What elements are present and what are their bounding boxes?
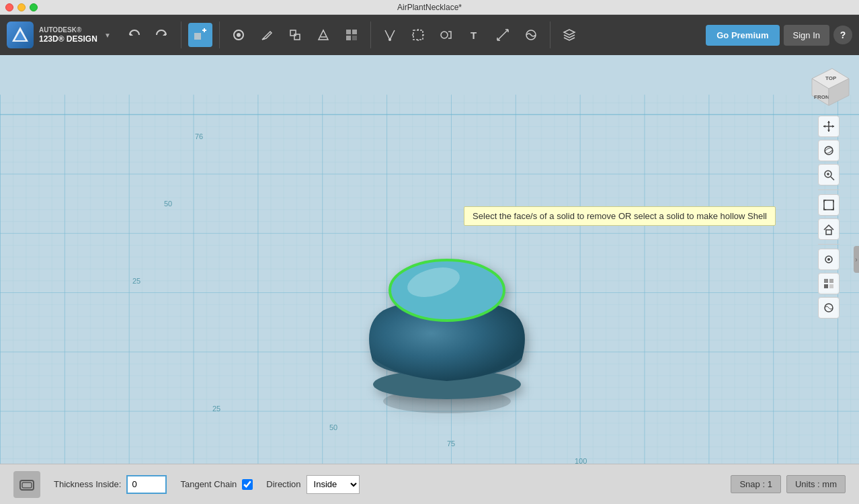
view-cube[interactable]: TOP FRONT — [805, 62, 852, 109]
side-separator-1 — [818, 190, 840, 190]
divider-3 — [370, 22, 371, 48]
tooltip-shell: Select the face/s of a solid to remove O… — [464, 206, 776, 226]
svg-rect-58 — [22, 482, 32, 488]
direction-select[interactable]: Inside Outside Both — [306, 475, 360, 494]
construct-button[interactable] — [283, 23, 307, 47]
svg-rect-49 — [826, 230, 831, 235]
svg-marker-40 — [823, 125, 825, 128]
toolbar: AUTODESK® 123D® DESIGN ▼ — [0, 15, 859, 55]
measure-button[interactable] — [491, 23, 515, 47]
svg-text:TOP: TOP — [825, 75, 837, 81]
sketch-button[interactable] — [227, 23, 251, 47]
logo-area: AUTODESK® 123D® DESIGN ▼ — [7, 22, 111, 48]
svg-rect-9 — [290, 30, 296, 36]
svg-point-51 — [827, 258, 830, 261]
svg-marker-41 — [832, 125, 834, 128]
materials-view-button[interactable] — [818, 297, 840, 319]
direction-label: Direction — [266, 479, 300, 489]
svg-rect-10 — [294, 34, 300, 40]
add-primitives-button[interactable] — [188, 23, 212, 47]
main-area: 76 50 25 25 50 75 100 125 150 — [0, 55, 859, 464]
svg-marker-2 — [130, 32, 133, 36]
titlebar: AirPlantNecklace* — [0, 0, 859, 15]
tangent-chain-checkbox[interactable] — [242, 479, 253, 490]
thickness-input[interactable] — [126, 475, 167, 494]
svg-point-17 — [441, 32, 448, 38]
units-button[interactable]: Units : mm — [786, 475, 846, 493]
modify-button[interactable] — [311, 23, 335, 47]
fit-view-button[interactable] — [818, 194, 840, 216]
svg-text:T: T — [471, 30, 477, 41]
view-home-button[interactable] — [818, 218, 840, 240]
svg-rect-14 — [352, 36, 357, 40]
svg-marker-38 — [827, 121, 830, 123]
help-button[interactable]: ? — [833, 26, 852, 44]
sign-in-button[interactable]: Sign In — [784, 25, 829, 46]
pattern-button[interactable] — [339, 23, 364, 47]
divider-1 — [181, 22, 181, 48]
svg-rect-53 — [829, 279, 833, 283]
minimize-button[interactable] — [17, 3, 26, 11]
undo-button[interactable] — [122, 23, 146, 47]
bottom-right-controls: Snap : 1 Units : mm — [731, 475, 846, 493]
side-separator-2 — [818, 244, 840, 245]
maximize-button[interactable] — [30, 3, 38, 11]
3d-model — [323, 203, 565, 418]
snap-button[interactable] — [378, 23, 402, 47]
divider-4 — [550, 22, 550, 48]
snap-button-bottom[interactable]: Snap : 1 — [731, 475, 780, 493]
3d-viewport[interactable]: 76 50 25 25 50 75 100 125 150 — [0, 55, 859, 464]
svg-rect-11 — [346, 30, 351, 34]
logo-dropdown-icon[interactable]: ▼ — [104, 32, 111, 39]
materials-button[interactable] — [519, 23, 543, 47]
svg-rect-13 — [346, 36, 351, 40]
tangent-chain-group: Tangent Chain — [180, 479, 253, 490]
expand-panel-button[interactable]: › — [854, 246, 859, 273]
svg-rect-55 — [829, 284, 833, 288]
thickness-param: Thickness Inside: — [54, 475, 167, 494]
thickness-label: Thickness Inside: — [54, 479, 121, 489]
svg-point-15 — [388, 38, 391, 41]
redo-button[interactable] — [150, 23, 174, 47]
side-toolbar — [818, 116, 840, 319]
pan-button[interactable] — [818, 116, 840, 137]
divider-2 — [219, 22, 220, 48]
svg-rect-4 — [194, 33, 201, 40]
logo-text: AUTODESK® 123D® DESIGN — [39, 26, 97, 45]
text-button[interactable]: T — [462, 23, 487, 47]
layers-button[interactable] — [557, 23, 581, 47]
svg-marker-3 — [163, 32, 166, 36]
window-controls — [5, 3, 38, 11]
go-premium-button[interactable]: Go Premium — [706, 25, 779, 46]
display-mode-button[interactable] — [818, 273, 840, 294]
view-mode-button[interactable] — [818, 249, 840, 270]
tangent-chain-label: Tangent Chain — [180, 479, 237, 489]
svg-rect-12 — [352, 30, 357, 34]
window-title: AirPlantNecklace* — [397, 3, 462, 12]
zoom-button[interactable] — [818, 164, 840, 185]
shell-icon — [13, 471, 40, 498]
boolean-button[interactable] — [434, 23, 458, 47]
svg-rect-54 — [824, 284, 828, 288]
svg-marker-39 — [827, 130, 830, 132]
direction-group: Direction Inside Outside Both — [266, 475, 359, 494]
autodesk-logo[interactable] — [7, 22, 34, 48]
svg-point-8 — [237, 33, 241, 37]
orbit-button[interactable] — [818, 140, 840, 161]
svg-rect-52 — [824, 279, 828, 283]
svg-rect-48 — [824, 200, 833, 210]
bottom-left-controls: Thickness Inside: Tangent Chain Directio… — [13, 471, 360, 498]
bottom-panel: Thickness Inside: Tangent Chain Directio… — [0, 464, 859, 504]
view-controls: TOP FRONT — [805, 62, 852, 319]
close-button[interactable] — [5, 3, 13, 11]
svg-rect-16 — [413, 30, 423, 40]
sketch-pencil-button[interactable] — [255, 23, 279, 47]
svg-line-45 — [831, 177, 834, 180]
transform-button[interactable] — [406, 23, 430, 47]
